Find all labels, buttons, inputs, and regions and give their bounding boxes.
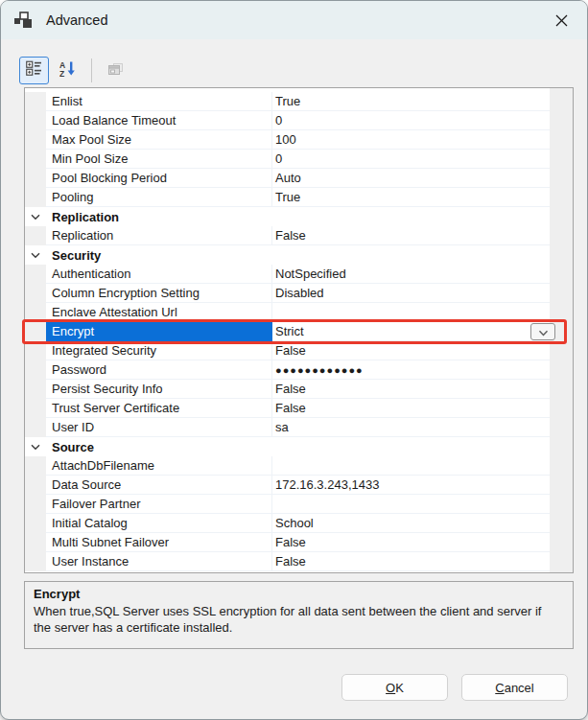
property-row-password[interactable]: Password●●●●●●●●●●●● <box>25 360 550 380</box>
property-grid-rows: EnlistTrueLoad Balance Timeout0Max Pool … <box>25 92 550 571</box>
property-value <box>272 495 550 514</box>
property-value: False <box>272 226 550 245</box>
property-value <box>272 456 550 476</box>
category-row-security[interactable]: Security <box>25 245 550 265</box>
property-name: Enclave Attestation Url <box>46 303 272 322</box>
property-value <box>272 303 550 322</box>
property-name: AttachDbFilename <box>46 456 272 476</box>
row-gutter <box>25 130 46 150</box>
property-row-user-id[interactable]: User IDsa <box>25 418 550 437</box>
property-row-enclave-attestation-url[interactable]: Enclave Attestation Url <box>25 303 550 322</box>
row-gutter <box>25 456 46 476</box>
row-gutter <box>25 322 46 341</box>
property-row-initial-catalog[interactable]: Initial CatalogSchool <box>25 514 550 533</box>
row-gutter <box>25 111 46 130</box>
category-label: Replication <box>46 207 119 226</box>
row-gutter <box>25 495 46 514</box>
property-name: Failover Partner <box>46 495 272 514</box>
property-row-pooling[interactable]: PoolingTrue <box>25 188 550 207</box>
property-row-encrypt[interactable]: EncryptStrict <box>25 322 550 341</box>
property-value: False <box>272 380 550 399</box>
svg-text:Z: Z <box>59 69 64 78</box>
property-row-attachdbfilename[interactable]: AttachDbFilename <box>25 456 550 476</box>
property-row-failover-partner[interactable]: Failover Partner <box>25 495 550 514</box>
property-name: Trust Server Certificate <box>46 399 272 418</box>
property-value: False <box>272 533 550 552</box>
property-row-max-pool-size[interactable]: Max Pool Size100 <box>25 130 550 150</box>
row-gutter <box>25 150 46 169</box>
property-row-load-balance-timeout[interactable]: Load Balance Timeout0 <box>25 111 550 130</box>
property-row-persist-security-info[interactable]: Persist Security InfoFalse <box>25 380 550 399</box>
property-name: Enlist <box>46 92 272 111</box>
categorized-button[interactable] <box>19 57 49 84</box>
property-value: False <box>272 552 550 571</box>
property-row-data-source[interactable]: Data Source172.16.3.243,1433 <box>25 476 550 495</box>
property-name: Pooling <box>46 188 272 207</box>
row-gutter <box>25 226 46 245</box>
toolbar-separator <box>91 58 92 82</box>
row-gutter <box>25 418 46 437</box>
property-row-min-pool-size[interactable]: Min Pool Size0 <box>25 150 550 169</box>
property-name: Max Pool Size <box>46 130 272 150</box>
alphabetical-sort-icon: A Z <box>59 60 76 81</box>
dialog-title: Advanced <box>46 12 108 28</box>
title-bar: Advanced <box>1 1 587 39</box>
row-gutter <box>25 341 46 360</box>
property-value: Strict <box>272 322 550 341</box>
advanced-dialog: Advanced <box>0 0 588 720</box>
property-row-enlist[interactable]: EnlistTrue <box>25 92 550 111</box>
chevron-down-icon <box>538 323 549 340</box>
property-name: Data Source <box>46 476 272 495</box>
cancel-button[interactable]: Cancel <box>461 674 568 701</box>
property-name: Integrated Security <box>46 341 272 360</box>
property-value: Disabled <box>272 284 550 303</box>
row-gutter <box>25 533 46 552</box>
property-value: True <box>272 188 550 207</box>
property-value: 0 <box>272 150 550 169</box>
property-pages-icon <box>107 60 124 81</box>
property-row-column-encryption-setting[interactable]: Column Encryption SettingDisabled <box>25 284 550 303</box>
category-row-replication[interactable]: Replication <box>25 207 550 226</box>
property-row-pool-blocking-period[interactable]: Pool Blocking PeriodAuto <box>25 169 550 188</box>
property-row-integrated-security[interactable]: Integrated SecurityFalse <box>25 341 550 360</box>
row-gutter <box>25 476 46 495</box>
property-name: User ID <box>46 418 272 437</box>
encrypt-dropdown-button[interactable] <box>530 323 555 340</box>
row-gutter <box>25 303 46 322</box>
row-gutter <box>25 284 46 303</box>
property-value: 172.16.3.243,1433 <box>272 476 550 495</box>
description-title: Encrypt <box>34 587 564 601</box>
property-value: False <box>272 341 550 360</box>
description-panel: Encrypt When true,SQL Server uses SSL en… <box>24 581 574 649</box>
property-row-authentication[interactable]: AuthenticationNotSpecified <box>25 265 550 284</box>
categorized-icon <box>26 60 42 81</box>
property-name: Pool Blocking Period <box>46 169 272 188</box>
row-gutter <box>25 169 46 188</box>
category-row-source[interactable]: Source <box>25 437 550 456</box>
row-gutter <box>25 265 46 284</box>
property-row-trust-server-certificate[interactable]: Trust Server CertificateFalse <box>25 399 550 418</box>
ok-button[interactable]: OK <box>341 674 448 701</box>
properties-dialog-icon <box>14 11 35 30</box>
row-gutter <box>25 92 46 111</box>
property-value: Auto <box>272 169 550 188</box>
property-row-user-instance[interactable]: User InstanceFalse <box>25 552 550 571</box>
property-row-replication[interactable]: ReplicationFalse <box>25 226 550 245</box>
chevron-expand-icon <box>25 245 46 265</box>
row-gutter <box>25 188 46 207</box>
row-gutter <box>25 360 46 380</box>
property-row-multi-subnet-failover[interactable]: Multi Subnet FailoverFalse <box>25 533 550 552</box>
property-name: User Instance <box>46 552 272 571</box>
property-value: 0 <box>272 111 550 130</box>
ok-button-label: OK <box>386 681 404 695</box>
close-icon[interactable] <box>551 10 572 31</box>
property-name: Persist Security Info <box>46 380 272 399</box>
alphabetical-sort-button[interactable]: A Z <box>53 57 82 84</box>
row-gutter <box>25 399 46 418</box>
property-name: Replication <box>46 226 272 245</box>
property-grid: EnlistTrueLoad Balance Timeout0Max Pool … <box>24 87 574 573</box>
category-label: Security <box>46 245 101 265</box>
property-pages-button <box>101 57 130 84</box>
property-value: ●●●●●●●●●●●● <box>272 360 550 380</box>
property-value: 100 <box>272 130 550 150</box>
